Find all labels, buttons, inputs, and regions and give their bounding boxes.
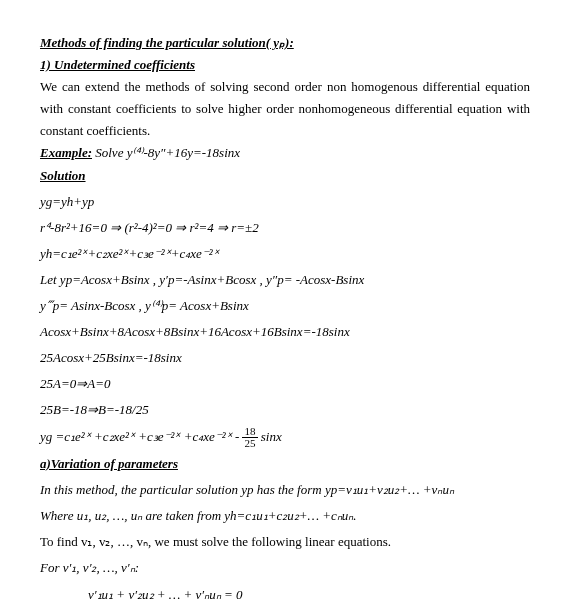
step-4: Let yp=Acosx+Bsinx , y′p=-Asinx+Bcosx , … bbox=[40, 269, 530, 291]
step-1: yg=yh+yp bbox=[40, 191, 530, 213]
system-eq-1: v′₁u₁ + v′₂u₂ + … + v′ₙuₙ = 0 bbox=[88, 584, 530, 605]
step-10: yg =c₁e²ˣ +c₂xe²ˣ +c₃e⁻²ˣ +c₄xe⁻²ˣ - 18 … bbox=[40, 426, 530, 450]
var-para-3: To find v₁, v₂, …, vₙ, we must solve the… bbox=[40, 531, 530, 553]
var-para-2: Where u₁, u₂, …, uₙ are taken from yh=c₁… bbox=[40, 505, 530, 527]
section-2-title: a)Variation of parameters bbox=[40, 453, 530, 475]
solution-label: Solution bbox=[40, 165, 530, 187]
fraction-18-25: 18 25 bbox=[242, 426, 257, 449]
example-equation: Solve y⁽⁴⁾-8y″+16y=-18sinx bbox=[95, 145, 240, 160]
step-3: yh=c₁e²ˣ+c₂xe²ˣ+c₃e⁻²ˣ+c₄xe⁻²ˣ bbox=[40, 243, 530, 265]
step-8: 25A=0⇒A=0 bbox=[40, 373, 530, 395]
example-line: Example: Solve y⁽⁴⁾-8y″+16y=-18sinx bbox=[40, 142, 530, 164]
var-para-4: For v′₁, v′₂, …, v′ₙ: bbox=[40, 557, 530, 579]
paragraph-intro: We can extend the methods of solving sec… bbox=[40, 76, 530, 142]
step-7: 25Acosx+25Bsinx=-18sinx bbox=[40, 347, 530, 369]
var-para-1: In this method, the particular solution … bbox=[40, 479, 530, 501]
step-10-tail: sinx bbox=[261, 429, 282, 444]
fraction-den: 25 bbox=[242, 438, 257, 449]
example-label: Example: bbox=[40, 145, 92, 160]
page-title: Methods of finding the particular soluti… bbox=[40, 32, 530, 54]
step-10-lhs: yg =c₁e²ˣ +c₂xe²ˣ +c₃e⁻²ˣ +c₄xe⁻²ˣ - bbox=[40, 429, 239, 444]
step-9: 25B=-18⇒B=-18/25 bbox=[40, 399, 530, 421]
step-5: y‴p= Asinx-Bcosx , y⁽⁴⁾p= Acosx+Bsinx bbox=[40, 295, 530, 317]
step-2: r⁴-8r²+16=0 ⇒ (r²-4)²=0 ⇒ r²=4 ⇒ r=±2 bbox=[40, 217, 530, 239]
step-6: Acosx+Bsinx+8Acosx+8Bsinx+16Acosx+16Bsin… bbox=[40, 321, 530, 343]
section-1-title: 1) Undetermined coefficients bbox=[40, 54, 530, 76]
